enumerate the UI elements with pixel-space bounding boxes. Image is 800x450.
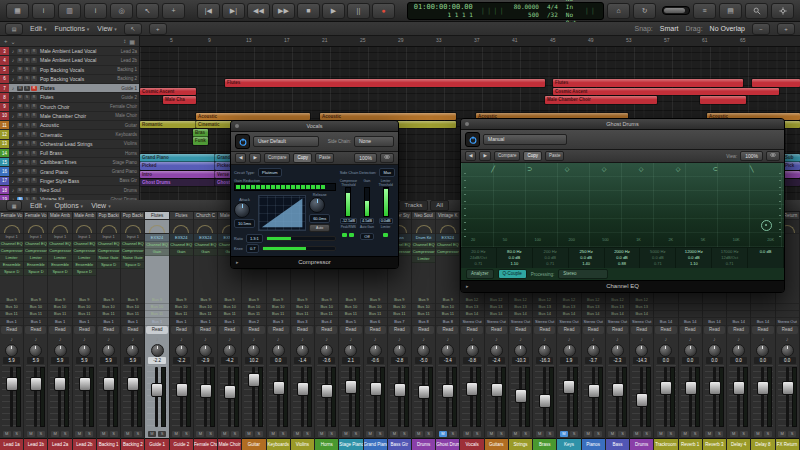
send-slot[interactable]: Bus 10 (121, 304, 144, 311)
pointer-tool-icon[interactable]: ↖ (124, 23, 142, 35)
mute-button[interactable]: M (51, 431, 59, 437)
fader-cap[interactable] (539, 394, 551, 408)
record-enable-button[interactable]: R (31, 113, 37, 118)
pan-knob[interactable] (485, 343, 508, 357)
instrument-slot[interactable]: Drum Kit (412, 234, 435, 242)
solo-button[interactable]: S (303, 431, 311, 437)
region[interactable]: Male Cha (163, 96, 196, 104)
solo-button[interactable]: S (24, 76, 30, 81)
strip-setting-name[interactable]: Male Amb (48, 212, 71, 220)
volume-fader[interactable] (123, 365, 142, 429)
volume-fader[interactable] (341, 365, 360, 429)
mute-button[interactable]: M (17, 151, 23, 156)
output-slot[interactable]: Bus 6 (364, 318, 387, 326)
output-slot[interactable]: Bus 8 (436, 318, 459, 326)
pan-knob[interactable] (388, 343, 411, 357)
bell-band-icon[interactable]: ◇ (639, 165, 644, 172)
send-slot[interactable]: Bus 9 (24, 297, 47, 304)
volume-value[interactable]: 2.1 (342, 357, 359, 364)
volume-fader[interactable] (681, 365, 700, 429)
fader-cap[interactable] (6, 377, 18, 391)
solo-button[interactable]: S (24, 132, 30, 137)
solo-button[interactable]: S (328, 431, 336, 437)
band-gain[interactable]: 0.0 dB (748, 249, 783, 255)
strip-track-name[interactable]: Lead 2a (48, 438, 71, 450)
audio-fx-slot[interactable]: Ensemble (0, 262, 23, 269)
circuit-type-dropdown[interactable]: Platinum (258, 168, 282, 177)
track-row[interactable]: 8♪MSRFlutesGuide 2 (0, 93, 139, 102)
automation-mode-button[interactable]: Read (558, 326, 579, 334)
region[interactable] (700, 96, 746, 104)
strip-track-name[interactable]: Reverb 3 (703, 438, 726, 450)
region[interactable]: Pick (783, 162, 800, 170)
send-slot[interactable]: Bus 9 (145, 297, 168, 304)
send-slot[interactable]: Bus 12 (509, 297, 532, 304)
mute-button[interactable]: M (196, 431, 204, 437)
solo-button[interactable]: S (24, 104, 30, 109)
limiter-on-button[interactable] (383, 233, 388, 237)
eq-band-column[interactable]: 12000 Hz0.0 dB1.10 (676, 248, 712, 268)
pan-knob[interactable] (436, 343, 459, 357)
fader-cap[interactable] (103, 377, 115, 391)
mixer-tab-all[interactable]: All (430, 200, 449, 211)
solo-button[interactable]: S (158, 431, 166, 437)
record-enable-button[interactable]: R (31, 151, 37, 156)
output-slot[interactable]: Bus 3 (267, 318, 290, 326)
mute-button[interactable]: M (681, 431, 689, 437)
send-slot[interactable]: Bus 11 (194, 311, 217, 318)
output-slot[interactable]: Bus 14 (654, 318, 677, 326)
solo-button[interactable]: S (522, 431, 530, 437)
band-q[interactable]: 0.71 (712, 261, 747, 267)
strip-track-name[interactable]: Trackroom (654, 438, 677, 450)
strip-track-name[interactable]: Pianos (582, 438, 605, 450)
solo-button[interactable]: S (594, 431, 602, 437)
solo-button[interactable]: S (376, 431, 384, 437)
region[interactable]: Ghost Drums (140, 179, 215, 187)
output-slot[interactable]: Stereo Out (460, 318, 483, 326)
smart-controls-icon[interactable]: ▦ (6, 3, 29, 19)
fader-cap[interactable] (321, 384, 333, 398)
region[interactable]: Bras (193, 129, 208, 137)
volume-value[interactable]: -3.7 (585, 357, 602, 364)
automation-mode-button[interactable]: Read (704, 326, 725, 334)
fader-cap[interactable] (200, 384, 212, 398)
solo-button[interactable]: S (667, 431, 675, 437)
audio-fx-slot[interactable]: Noise Gate (97, 255, 120, 262)
band-q[interactable]: 1.40 (569, 261, 604, 267)
audio-fx-slot[interactable]: Channel EQ (73, 241, 96, 248)
send-slot[interactable] (727, 297, 750, 304)
send-slot[interactable]: Bus 9 (194, 297, 217, 304)
settings-icon[interactable] (771, 3, 794, 19)
volume-value[interactable]: -0.6 (367, 357, 384, 364)
strip-track-name[interactable]: Backing 1 (97, 438, 120, 450)
volume-fader[interactable] (293, 365, 312, 429)
send-slot[interactable]: Bus 10 (145, 304, 168, 311)
fader-cap[interactable] (588, 384, 600, 398)
volume-fader[interactable] (99, 365, 118, 429)
record-enable-button[interactable]: R (31, 123, 37, 128)
threshold-value[interactable]: -12.5dB (340, 218, 357, 224)
output-slot[interactable]: Bus 1 (0, 318, 23, 326)
go-to-beginning-button[interactable]: |◀ (197, 3, 220, 19)
send-slot[interactable]: Bus 9 (267, 297, 290, 304)
band-q[interactable]: 0.71 (640, 261, 675, 267)
solo-button[interactable]: S (473, 431, 481, 437)
mute-button[interactable]: M (366, 431, 374, 437)
volume-fader[interactable] (535, 365, 554, 429)
mixer-tab-tracks[interactable]: Tracks (399, 200, 429, 211)
audio-fx-slot[interactable]: Space D (0, 269, 23, 276)
pan-knob[interactable] (315, 343, 338, 357)
track-row[interactable]: 10♪MSRMale Chamber ChoirMale Choir (0, 112, 139, 121)
output-slot[interactable]: Bus 4 (315, 318, 338, 326)
send-slot[interactable]: Bus 10 (291, 304, 314, 311)
pan-knob[interactable] (0, 343, 23, 357)
mute-button[interactable]: M (17, 67, 23, 72)
mute-button[interactable]: M (342, 431, 350, 437)
band-q[interactable]: 0.88 (605, 261, 640, 267)
automation-mode-button[interactable]: Read (195, 326, 216, 334)
solo-button[interactable]: S (24, 86, 30, 91)
send-slot[interactable]: Bus 10 (194, 304, 217, 311)
send-slot[interactable]: Bus 13 (509, 304, 532, 311)
stop-button[interactable]: ■ (297, 3, 320, 19)
channel-strip[interactable]: Church CEXS24Channel EQGainBus 9Bus 10Bu… (194, 212, 218, 450)
